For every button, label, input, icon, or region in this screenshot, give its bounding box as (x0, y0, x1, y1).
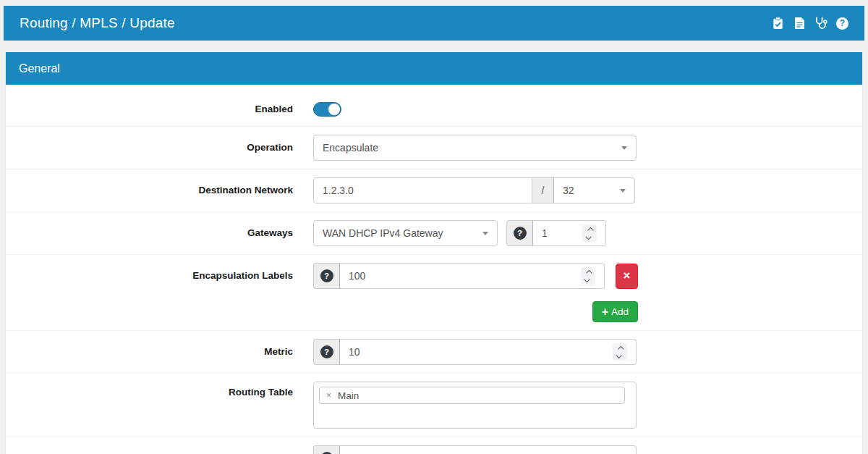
help-icon[interactable]: ? (836, 17, 848, 30)
remove-tag-icon[interactable]: × (326, 391, 331, 400)
metric-help[interactable]: ? (313, 339, 340, 365)
operation-selected-value: Encapsulate (323, 142, 378, 154)
close-icon: × (624, 269, 631, 283)
question-circle-icon: ? (320, 269, 333, 282)
enabled-label: Enabled (6, 101, 313, 118)
chevron-down-icon (620, 189, 626, 193)
row-enabled: Enabled (6, 89, 862, 127)
encapsulation-labels-label: Encapsulation Labels (6, 263, 313, 289)
row-routing-table: Routing Table × Main (6, 374, 862, 437)
clipboard-check-icon[interactable] (771, 17, 784, 30)
question-circle-icon: ? (320, 345, 333, 358)
destination-network-input[interactable] (323, 185, 523, 196)
operation-select[interactable]: Encapsulate (313, 135, 637, 161)
description-help[interactable]: ? (313, 445, 340, 454)
row-encapsulation-labels: Encapsulation Labels ? (6, 255, 862, 331)
routing-table-multiselect[interactable]: × Main (313, 382, 637, 429)
add-button-label: Add (611, 306, 629, 317)
gateway-priority-input[interactable] (542, 227, 576, 239)
metric-label: Metric (6, 339, 313, 365)
gateway-priority-help[interactable]: ? (506, 220, 533, 246)
mpls-form: Enabled Operation Encapsulate Destinatio… (6, 85, 862, 454)
chevron-down-icon (482, 232, 488, 235)
tag-label: Main (338, 390, 359, 401)
section-title: General (19, 62, 60, 75)
encapsulation-label-input[interactable] (349, 270, 575, 282)
operation-label: Operation (6, 135, 313, 161)
add-label-button[interactable]: + Add (592, 301, 638, 322)
file-report-icon[interactable] (793, 17, 806, 30)
number-spinner[interactable] (582, 224, 597, 242)
prefix-length-value: 32 (563, 185, 574, 196)
metric-input[interactable] (349, 346, 607, 358)
toggle-knob (328, 104, 340, 115)
row-operation: Operation Encapsulate (6, 127, 862, 169)
spinner-down-icon (585, 233, 591, 239)
gateway-selected-value: WAN DHCP IPv4 Gateway (323, 227, 443, 239)
slash-separator: / (532, 177, 554, 203)
gateway-select[interactable]: WAN DHCP IPv4 Gateway (313, 220, 498, 246)
number-spinner[interactable] (613, 343, 627, 361)
spinner-down-icon (616, 352, 621, 358)
routing-table-label: Routing Table (6, 382, 313, 403)
page-header: Routing / MPLS / Update (4, 6, 864, 41)
destination-network-label: Destination Network (6, 177, 313, 203)
plus-icon: + (602, 306, 608, 318)
spinner-up-icon (586, 269, 592, 275)
stethoscope-icon[interactable] (814, 17, 827, 30)
prefix-length-select[interactable]: 32 (554, 177, 635, 203)
encapsulation-labels-help[interactable]: ? (313, 263, 340, 289)
spinner-up-icon (587, 227, 593, 232)
general-panel: General Enabled Operation Encapsulate (6, 52, 862, 454)
number-spinner[interactable] (581, 267, 595, 285)
general-panel-header: General (6, 52, 862, 85)
chevron-down-icon (621, 146, 627, 150)
spinner-up-icon (618, 345, 624, 351)
delete-label-button[interactable]: × (616, 264, 638, 289)
description-label: Description (6, 445, 313, 454)
row-metric: Metric ? (6, 331, 862, 374)
row-gateways: Gateways WAN DHCP IPv4 Gateway ? (6, 212, 862, 255)
tag-main: × Main (319, 387, 625, 404)
row-description: Description ? (6, 437, 862, 454)
spinner-down-icon (584, 276, 590, 282)
gateways-label: Gateways (6, 220, 313, 246)
header-actions: ? (771, 17, 864, 30)
question-circle-icon: ? (514, 227, 527, 240)
breadcrumb: Routing / MPLS / Update (4, 15, 175, 31)
enabled-toggle[interactable] (313, 102, 341, 117)
row-destination-network: Destination Network / 32 (6, 169, 862, 212)
